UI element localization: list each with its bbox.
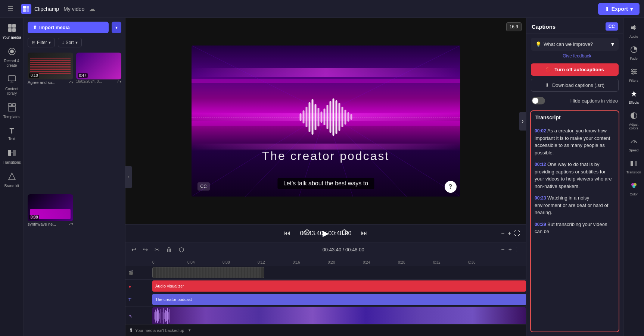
content-library-icon xyxy=(8,75,16,85)
hide-captions-label: Hide captions in video xyxy=(570,98,618,104)
import-dropdown-button[interactable]: ▾ xyxy=(112,22,121,33)
list-item: 0:47 16/02/2024, 0... ✓▾ xyxy=(76,53,122,191)
adjust-colors-tool-label: Adjust colors xyxy=(626,123,642,130)
filter-chevron: ▾ xyxy=(49,40,51,45)
cc-button[interactable]: CC xyxy=(606,22,618,31)
table-row: ● Audio visualizer xyxy=(125,280,526,293)
undo-button[interactable]: ↩ xyxy=(130,245,138,255)
sort-button[interactable]: ↕ Sort ▾ xyxy=(58,38,82,47)
center-area: 16:9 › xyxy=(125,18,526,336)
hide-captions-row: Hide captions in video xyxy=(531,95,619,107)
timeline-toolbar: ↩ ↪ ✂ 🗑 ⬡ 00:43.40 / 00:48.00 − + ⛶ xyxy=(125,242,526,257)
list-item: 00:12 One way to do that is by providing… xyxy=(535,161,615,190)
preview-caption: Let's talk about the best ways to xyxy=(277,178,374,189)
aspect-ratio-button[interactable]: 16:9 xyxy=(506,22,522,31)
forward-button[interactable]: ⏭ xyxy=(358,228,371,239)
title-block[interactable]: The creator podcast xyxy=(152,294,526,305)
timeline-expand-button[interactable]: ⛶ xyxy=(516,246,522,253)
import-media-button[interactable]: ⬆ Import media xyxy=(28,22,109,33)
sidebar-item-content-library[interactable]: Content library xyxy=(1,72,23,99)
timecode-total: 00:48.00 xyxy=(328,230,351,236)
filter-label: Filter xyxy=(37,40,47,45)
thumb-duration: 0:08 xyxy=(29,215,39,220)
thumb-menu-icon[interactable]: ✓▾ xyxy=(68,80,73,84)
zoom-in-button[interactable]: + xyxy=(508,230,511,237)
rt-item-audio[interactable]: Audio xyxy=(624,21,644,41)
status-text: Your media isn't backed up xyxy=(135,328,184,333)
hide-captions-toggle[interactable] xyxy=(532,97,545,104)
rt-item-color[interactable]: Color xyxy=(624,179,644,199)
download-captions-button[interactable]: ⬇ Download captions (.srt) xyxy=(531,79,619,92)
wave-block[interactable] xyxy=(152,307,526,324)
export-button[interactable]: ⬆ Export ▾ xyxy=(598,3,640,15)
sidebar-item-templates[interactable]: Templates xyxy=(1,100,23,122)
rewind-button[interactable]: ⏮ xyxy=(281,228,293,239)
delete-button[interactable]: 🗑 xyxy=(165,245,174,255)
preview-help-button[interactable]: ? xyxy=(445,181,457,193)
ruler-mark-0: 0 xyxy=(152,260,155,264)
timeline-zoom-out-button[interactable]: − xyxy=(501,246,504,253)
redo-button[interactable]: ↪ xyxy=(141,245,149,255)
sidebar-item-text[interactable]: T Text xyxy=(1,124,23,144)
fullscreen-button[interactable]: ⛶ xyxy=(514,230,520,237)
fade-tool-label: Fade xyxy=(630,57,638,60)
preview-cc-button[interactable]: CC xyxy=(197,182,210,191)
save-button[interactable]: ⬡ xyxy=(177,245,186,255)
filter-sort-row: ⊟ Filter ▾ ↕ Sort ▾ xyxy=(24,35,125,50)
status-icon: ℹ xyxy=(130,327,132,334)
turnoff-autocaptions-button[interactable]: 🚫 Turn off autocaptions xyxy=(531,63,619,76)
track-content-audio-viz[interactable]: Audio visualizer xyxy=(152,280,526,293)
preview-container: 16:9 › xyxy=(125,18,526,224)
svg-point-32 xyxy=(632,69,633,70)
audio-viz-block[interactable]: Audio visualizer xyxy=(152,280,526,292)
export-icon: ⬆ xyxy=(605,6,609,12)
export-chevron: ▾ xyxy=(630,6,633,12)
rt-item-effects[interactable]: Effects xyxy=(624,87,644,107)
transcript-time-1: 00:02 xyxy=(535,128,547,134)
rt-item-transition[interactable]: Transition xyxy=(624,157,644,177)
audio-viz-icon: ● xyxy=(128,284,131,289)
sidebar-item-transitions[interactable]: Transitions xyxy=(1,146,23,168)
track-label-wave: ∿ xyxy=(125,313,152,319)
sidebar-item-your-media[interactable]: Your media xyxy=(1,21,23,43)
collapse-panel-button[interactable]: ‹ xyxy=(125,166,132,188)
media-thumbnail[interactable]: 0:08 xyxy=(28,194,73,221)
rt-item-filters[interactable]: Filters xyxy=(624,65,644,85)
timeline-timecode-value: 00:43.40 / 00:48.00 xyxy=(323,247,364,252)
improve-row[interactable]: 💡 What can we improve? ▾ xyxy=(531,38,619,51)
thumb-menu-icon[interactable]: ✓▾ xyxy=(116,79,121,84)
thumb-menu-icon[interactable]: ✓▾ xyxy=(68,222,73,226)
timeline-zoom-in-button[interactable]: + xyxy=(508,246,512,253)
cut-button[interactable]: ✂ xyxy=(153,245,161,255)
track-content-video[interactable] xyxy=(152,266,526,279)
sidebar-label-templates: Templates xyxy=(3,115,21,119)
preview-video: The creator podcast Let's talk about the… xyxy=(192,45,460,197)
thumb-label: Agree and su... xyxy=(28,80,56,85)
track-content-title[interactable]: The creator podcast xyxy=(152,293,526,306)
zoom-out-button[interactable]: − xyxy=(501,230,504,237)
right-tools-sidebar: Audio Fade Filters Effects Adjust colors xyxy=(623,18,644,336)
rt-item-speed[interactable]: Speed xyxy=(624,135,644,155)
sidebar-item-record-create[interactable]: Record & create xyxy=(1,44,23,71)
track-content-wave[interactable] xyxy=(152,307,526,324)
timecode-separator: / xyxy=(325,230,328,236)
sidebar-item-brand-kit[interactable]: Brand kit xyxy=(1,169,23,191)
video-title[interactable]: My video xyxy=(63,6,84,12)
timecode-display: 00:43.40 / 00:48.00 xyxy=(300,230,352,237)
video-block[interactable] xyxy=(152,267,264,278)
sidebar-label-content-library: Content library xyxy=(2,87,22,96)
filter-button[interactable]: ⊟ Filter ▾ xyxy=(28,38,55,47)
list-item: 00:02 As a creator, you know how importa… xyxy=(535,127,615,156)
rt-item-adjust-colors[interactable]: Adjust colors xyxy=(624,109,644,133)
media-thumbnail[interactable]: 0:47 xyxy=(76,53,122,79)
status-chevron[interactable]: ▾ xyxy=(189,328,191,333)
timeline-ruler: 0 0:04 0:08 0:12 0:16 0:20 0:24 0:28 0:3… xyxy=(125,257,526,266)
hamburger-button[interactable]: ☰ xyxy=(4,3,16,15)
media-thumbnail[interactable]: 0:10 xyxy=(28,53,73,79)
list-item: 00:29 But transcribing your videos can b… xyxy=(535,221,615,235)
feedback-link[interactable]: Give feedback xyxy=(558,53,591,59)
expand-right-button[interactable]: › xyxy=(519,112,526,131)
rt-item-fade[interactable]: Fade xyxy=(624,43,644,63)
timeline-timecode: 00:43.40 / 00:48.00 xyxy=(189,247,497,252)
fade-tool-icon xyxy=(630,46,638,55)
